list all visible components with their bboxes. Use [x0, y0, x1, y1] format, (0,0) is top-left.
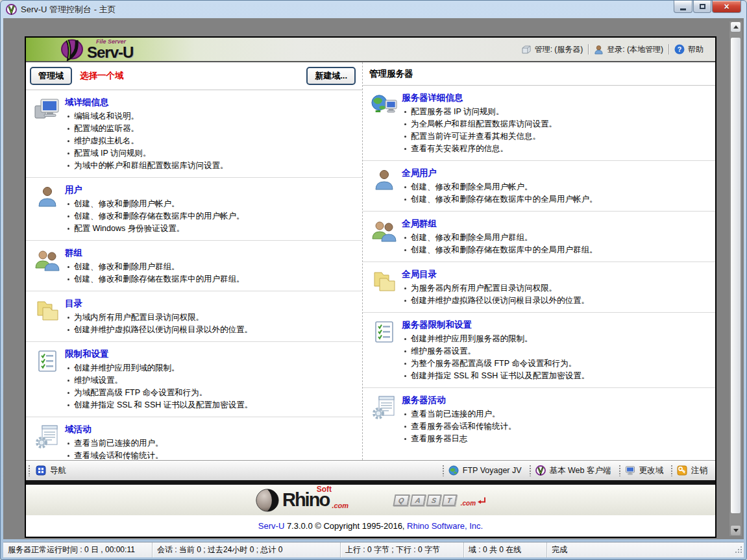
rhinosoft-logo[interactable]: Rhino Soft .com [255, 488, 349, 513]
app-icon [6, 4, 17, 15]
status-domains: 域 : 0 共 0 在线 [464, 542, 547, 557]
limits-settings-link[interactable]: 限制和设置 [65, 348, 109, 360]
toolbar-grip [28, 465, 31, 476]
rhino-soft-label: Soft [317, 485, 332, 494]
bullet: 创建并维护应用到域的限制。 [65, 362, 357, 374]
user-icon [594, 45, 604, 55]
bullet: 为域中的帐户和群组配置数据库访问设置。 [65, 160, 357, 172]
resize-grip[interactable] [734, 546, 742, 554]
bullet: 创建、修改和删除存储在数据库中的全局用户群组。 [402, 244, 710, 256]
footer: Rhino Soft .com Q A S T .com [26, 480, 715, 537]
domain-column: 管理域 选择一个域 新建域... 域详细信息 编辑域名和说明。 配置域的监听 [26, 62, 362, 460]
close-button[interactable]: × [712, 1, 741, 13]
toolbar-item-label: 注销 [691, 465, 707, 476]
qast-key: S [426, 494, 442, 506]
manage-domains-button[interactable]: 管理域 [30, 67, 72, 85]
section-domain-details: 域详细信息 编辑域名和说明。 配置域的监听器。 维护虚拟主机名。 配置域 IP … [26, 90, 362, 178]
vertical-scrollbar[interactable] [729, 21, 742, 536]
qast-com-label: .com [461, 500, 476, 507]
help-icon: ? [674, 44, 685, 55]
server-activity-icon [367, 394, 402, 445]
bullet: 维护域设置。 [65, 374, 357, 387]
manage-server-label: 管理: (服务器) [535, 44, 583, 55]
maximize-button[interactable] [693, 1, 711, 13]
bullet: 创建、修改和删除全局用户群组。 [402, 232, 710, 244]
users-link[interactable]: 用户 [65, 184, 82, 196]
main-panel: File Server Serv-U 管理: (服务器) 登录: (本地管理) [25, 36, 716, 538]
client-area: File Server Serv-U 管理: (服务器) 登录: (本地管理) [3, 18, 744, 539]
section-global-groups: 全局群组 创建、修改和删除全局用户群组。 创建、修改和删除存储在数据库中的全局用… [363, 212, 715, 262]
bullet: 配置域的监听器。 [65, 123, 357, 135]
bullet: 查看有关安装程序的信息。 [402, 143, 710, 155]
bullet: 创建、修改和删除存储在数据库中的用户帐户。 [65, 210, 357, 223]
servu-swirl-icon [535, 465, 546, 476]
qast-key: A [410, 494, 426, 506]
rhino-software-link[interactable]: Rhino Software, Inc. [407, 521, 483, 531]
navigation-label: 导航 [50, 465, 66, 476]
groups-icon [30, 247, 65, 286]
section-server-details: 服务器详细信息 配置服务器 IP 访问规则。 为全局帐户和群组配置数据库访问设置… [363, 86, 715, 161]
global-directories-link[interactable]: 全局目录 [402, 269, 437, 280]
bullet: 查看服务器会话和传输统计。 [402, 420, 710, 433]
bullet: 为服务器内所有用户配置目录访问权限。 [402, 282, 710, 295]
global-users-link[interactable]: 全局用户 [402, 167, 437, 179]
app-header: File Server Serv-U 管理: (服务器) 登录: (本地管理) [26, 38, 715, 62]
minimize-button[interactable] [674, 1, 692, 13]
server-limits-link[interactable]: 服务器限制和设置 [402, 319, 472, 331]
toolbar-grip [442, 465, 445, 476]
domain-details-link[interactable]: 域详细信息 [65, 97, 109, 108]
bullet: 查看当前已连接的用户。 [65, 437, 357, 450]
scroll-down-button[interactable] [730, 525, 741, 536]
footer-dark-bar [26, 480, 715, 485]
section-users: 用户 创建、修改和删除用户帐户。 创建、修改和删除存储在数据库中的用户帐户。 配… [26, 178, 362, 241]
domain-bar: 管理域 选择一个域 新建域... [26, 62, 362, 90]
navigation-group[interactable]: 导航 [26, 465, 66, 476]
login-label: 登录: (本地管理) [607, 44, 663, 55]
content-body: 管理域 选择一个域 新建域... 域详细信息 编辑域名和说明。 配置域的监听 [26, 62, 715, 460]
limits-settings-icon [30, 348, 65, 411]
users-icon [30, 184, 65, 235]
toolbar-item-change-domain[interactable]: 更改域 [617, 465, 669, 476]
qast-key: Q [393, 494, 410, 506]
toolbar-item-logout[interactable]: 注销 [668, 465, 713, 476]
server-column: 管理服务器 服务器详细信息 配置服务器 IP 访问规则。 为全局帐户和群组配置数… [362, 62, 715, 460]
bullet: 创建并维护应用到服务器的限制。 [402, 333, 710, 345]
section-directories: 目录 为域内所有用户配置目录访问权限。 创建并维护虚拟路径以便访问根目录以外的位… [26, 291, 362, 342]
window-controls: × [673, 1, 741, 13]
bullet: 创建、修改和删除存储在数据库中的全局用户帐户。 [402, 193, 710, 206]
domain-activity-link[interactable]: 域活动 [65, 424, 92, 435]
bullet: 编辑域名和说明。 [65, 110, 357, 123]
global-groups-link[interactable]: 全局群组 [402, 218, 437, 230]
bullet: 配置服务器 IP 访问规则。 [402, 106, 710, 118]
help-link[interactable]: ? 帮助 [669, 44, 709, 55]
qast-logo[interactable]: Q A S T .com [394, 493, 486, 507]
bullet: 查看域会话和传输统计。 [65, 450, 357, 460]
logo-serv-u: Serv-U [87, 45, 133, 60]
status-transfer: 上行 : 0 字节 ; 下行 : 0 字节 [341, 542, 464, 557]
servu-swirl-icon [60, 38, 86, 61]
servu-logo: File Server Serv-U [60, 38, 133, 61]
scroll-up-button[interactable] [730, 21, 741, 32]
bullet: 配置 Windows 身份验证设置。 [65, 223, 357, 235]
toolbar-item-web-client[interactable]: 基本 Web 客户端 [527, 465, 617, 476]
toolbar-grip [670, 465, 673, 476]
rhino-com-label: .com [332, 502, 349, 509]
server-activity-link[interactable]: 服务器活动 [402, 395, 446, 406]
servu-version-link[interactable]: Serv-U [258, 521, 284, 531]
bullet: 创建并指定 SSL 和 SSH 证书以及配置加密设置。 [65, 399, 357, 411]
server-details-icon [367, 91, 402, 155]
manage-server-link[interactable]: 管理: (服务器) [516, 44, 589, 55]
bullet: 创建、修改和删除存储在数据库中的用户群组。 [65, 273, 357, 286]
scrollbar-thumb[interactable] [730, 37, 741, 514]
toolbar-item-ftp-voyager[interactable]: FTP Voyager JV [440, 465, 527, 476]
titlebar[interactable]: Serv-U 管理控制台 - 主页 × [1, 1, 746, 18]
groups-link[interactable]: 群组 [65, 247, 82, 259]
server-details-link[interactable]: 服务器详细信息 [402, 92, 463, 104]
directories-link[interactable]: 目录 [65, 298, 82, 310]
new-domain-button[interactable]: 新建域... [306, 67, 356, 85]
login-link[interactable]: 登录: (本地管理) [589, 44, 668, 55]
toolbar-item-label: 基本 Web 客户端 [550, 465, 611, 476]
statusbar: 服务器正常运行时间 : 0 日 , 00:00:11 会话 : 当前 0 ; 过… [3, 542, 744, 557]
global-users-icon [367, 167, 402, 206]
qast-arrow-icon [477, 496, 486, 504]
